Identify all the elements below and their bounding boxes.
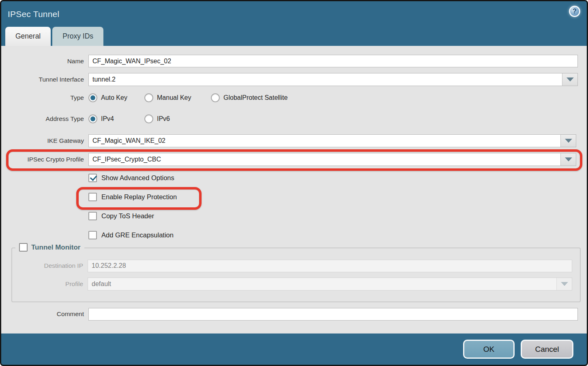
ipsec-crypto-profile-row: IPSec Crypto Profile CF_IPsec_Crypto_CBC (1, 153, 587, 166)
destination-ip-row: Destination IP (12, 260, 580, 272)
enable-replay-protection-row[interactable]: Enable Replay Protection (88, 192, 587, 202)
name-row: Name (1, 55, 587, 67)
ipsec-crypto-profile-value: CF_IPsec_Crypto_CBC (89, 153, 560, 166)
ike-gateway-value: CF_Magic_WAN_IKE_02 (89, 135, 560, 147)
tunnel-interface-dropdown-button[interactable] (562, 73, 577, 86)
ike-gateway-dropdown[interactable]: CF_Magic_WAN_IKE_02 (88, 134, 576, 147)
radio-ipv6-control[interactable] (144, 114, 153, 123)
add-gre-encapsulation-checkbox[interactable] (88, 231, 97, 239)
dialog-footer: OK Cancel (1, 333, 587, 365)
tunnel-monitor-label: Tunnel Monitor (31, 243, 81, 252)
tunnel-interface-label: Tunnel Interface (1, 76, 88, 83)
profile-label: Profile (12, 280, 88, 288)
radio-ipv6-label: IPv6 (157, 115, 170, 123)
ok-button[interactable]: OK (463, 340, 515, 359)
copy-tos-header-checkbox[interactable] (88, 212, 97, 220)
radio-auto-key-control[interactable] (88, 93, 97, 102)
profile-row: Profile default (12, 278, 580, 290)
cancel-button[interactable]: Cancel (521, 340, 573, 359)
copy-tos-header-label: Copy ToS Header (101, 212, 154, 220)
dialog-titlebar: IPSec Tunnel ? (1, 1, 587, 27)
radio-manual-key[interactable]: Manual Key (144, 93, 211, 102)
tab-proxy-ids[interactable]: Proxy IDs (52, 27, 103, 46)
ipsec-crypto-profile-dropdown[interactable]: CF_IPsec_Crypto_CBC (88, 153, 576, 166)
radio-manual-key-control[interactable] (144, 93, 153, 102)
general-tab-panel: Name Tunnel Interface tunnel.2 Type Auto… (1, 46, 587, 333)
tab-bar: General Proxy IDs (1, 27, 587, 46)
address-type-radio-group: IPv4 IPv6 (88, 114, 170, 123)
radio-ipv6[interactable]: IPv6 (144, 114, 170, 123)
radio-manual-key-label: Manual Key (157, 94, 191, 101)
comment-row: Comment (1, 308, 587, 321)
show-advanced-options-label: Show Advanced Options (101, 174, 174, 182)
type-radio-group: Auto Key Manual Key GlobalProtect Satell… (88, 93, 288, 102)
ike-gateway-dropdown-button[interactable] (560, 135, 576, 147)
tunnel-interface-row: Tunnel Interface tunnel.2 (1, 73, 587, 86)
enable-replay-protection-checkbox[interactable] (88, 193, 97, 201)
comment-input[interactable] (88, 308, 578, 321)
destination-ip-label: Destination IP (12, 262, 88, 269)
profile-value: default (88, 278, 556, 290)
tunnel-monitor-group: Tunnel Monitor Destination IP Profile de… (11, 248, 581, 302)
chevron-down-icon (565, 157, 572, 161)
radio-auto-key-label: Auto Key (101, 94, 127, 101)
add-gre-encapsulation-label: Add GRE Encapsulation (101, 231, 174, 239)
tunnel-monitor-checkbox[interactable] (19, 243, 28, 252)
dialog-title: IPSec Tunnel (8, 9, 59, 19)
radio-ipv4[interactable]: IPv4 (88, 114, 144, 123)
destination-ip-input (88, 260, 572, 272)
type-label: Type (1, 94, 88, 101)
ike-gateway-label: IKE Gateway (1, 137, 88, 144)
radio-globalprotect-satellite[interactable]: GlobalProtect Satellite (211, 93, 288, 102)
ike-gateway-row: IKE Gateway CF_Magic_WAN_IKE_02 (1, 134, 587, 147)
comment-label: Comment (1, 310, 88, 318)
name-label: Name (1, 58, 88, 65)
tunnel-monitor-legend: Tunnel Monitor (15, 243, 84, 252)
radio-globalprotect-satellite-label: GlobalProtect Satellite (223, 94, 288, 101)
ipsec-tunnel-dialog: IPSec Tunnel ? General Proxy IDs Name Tu… (0, 0, 588, 366)
show-advanced-options-checkbox[interactable] (88, 174, 97, 182)
chevron-down-icon (561, 282, 568, 286)
name-input[interactable] (88, 55, 578, 67)
ipsec-crypto-profile-label: IPSec Crypto Profile (1, 156, 88, 163)
profile-dropdown-button (556, 278, 572, 290)
add-gre-encapsulation-row[interactable]: Add GRE Encapsulation (88, 230, 587, 240)
show-advanced-options-row[interactable]: Show Advanced Options (88, 173, 587, 183)
tunnel-interface-dropdown[interactable]: tunnel.2 (88, 73, 578, 86)
chevron-down-icon (567, 78, 574, 82)
tab-general[interactable]: General (5, 27, 51, 46)
ipsec-crypto-profile-dropdown-button[interactable] (560, 153, 576, 166)
enable-replay-protection-label: Enable Replay Protection (101, 193, 177, 201)
radio-globalprotect-satellite-control[interactable] (211, 93, 220, 102)
radio-ipv4-label: IPv4 (101, 115, 114, 123)
address-type-row: Address Type IPv4 IPv6 (1, 114, 587, 124)
copy-tos-header-row[interactable]: Copy ToS Header (88, 211, 587, 221)
address-type-label: Address Type (1, 115, 88, 123)
radio-ipv4-control[interactable] (88, 114, 97, 123)
type-row: Type Auto Key Manual Key GlobalProtect S… (1, 93, 587, 103)
profile-dropdown: default (88, 278, 572, 291)
radio-auto-key[interactable]: Auto Key (88, 93, 144, 102)
chevron-down-icon (565, 139, 572, 143)
tunnel-interface-value: tunnel.2 (89, 73, 562, 86)
help-icon[interactable]: ? (569, 6, 580, 17)
